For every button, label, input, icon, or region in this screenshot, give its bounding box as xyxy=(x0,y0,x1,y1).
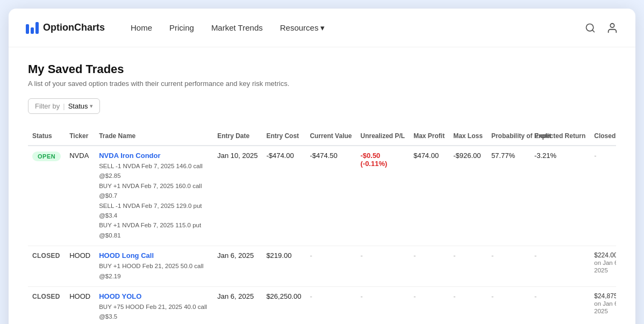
navbar: OptionCharts Home Pricing Market Trends … xyxy=(9,9,635,47)
cell-max-loss: -$926.00 xyxy=(449,146,487,246)
logo[interactable]: OptionCharts xyxy=(26,22,105,34)
cell-ticker: NVDA xyxy=(65,146,95,246)
main-content: My Saved Trades A list of your saved opt… xyxy=(9,47,635,324)
status-badge: OPEN xyxy=(32,152,61,161)
col-current-value: Current Value xyxy=(305,127,356,146)
cell-unrealized-pl: -$0.50 (-0.11%) xyxy=(356,146,409,246)
table-row: OPENNVDANVDA Iron CondorSELL -1 NVDA Feb… xyxy=(28,146,616,246)
table-row: CLOSEDHOODHOOD Long CallBUY +1 HOOD Feb … xyxy=(28,246,616,287)
logo-bar-2 xyxy=(31,27,34,34)
col-prob-profit: Probability of Profit xyxy=(487,127,530,146)
cell-expected-return: - xyxy=(530,286,590,324)
filter-label: Filter by xyxy=(35,102,60,110)
nav-actions xyxy=(585,22,618,34)
cell-entry-date: Jan 6, 2025 xyxy=(213,246,262,287)
trade-legs: BUY +75 HOOD Feb 21, 2025 40.0 call @$3.… xyxy=(99,302,209,322)
cell-closed-at: $24,875.00on Jan 6, 2025 xyxy=(590,286,616,324)
cell-prob-profit: 57.77% xyxy=(487,146,530,246)
trades-table: Status Ticker Trade Name Entry Date Entr… xyxy=(28,127,616,324)
col-expected-return: Expected Return xyxy=(530,127,590,146)
trades-table-wrap: Status Ticker Trade Name Entry Date Entr… xyxy=(28,127,616,324)
cell-current-value: - xyxy=(305,286,356,324)
trade-legs: SELL -1 NVDA Feb 7, 2025 146.0 call @$2.… xyxy=(99,161,209,240)
col-unrealized-pl: Unrealized P/L xyxy=(356,127,409,146)
cell-trade-name: HOOD YOLOBUY +75 HOOD Feb 21, 2025 40.0 … xyxy=(95,286,213,324)
col-max-loss: Max Loss xyxy=(449,127,487,146)
cell-closed-at: - xyxy=(590,146,616,246)
page-subtitle: A list of your saved option trades with … xyxy=(28,80,616,88)
svg-point-2 xyxy=(610,23,614,27)
search-button[interactable] xyxy=(585,23,596,33)
cell-entry-cost: $219.00 xyxy=(262,246,305,287)
cell-status: OPEN xyxy=(28,146,65,246)
cell-max-loss: - xyxy=(449,246,487,287)
nav-links: Home Pricing Market Trends Resources ▾ xyxy=(131,23,585,33)
filter-value: Status xyxy=(68,102,88,110)
cell-max-profit: - xyxy=(409,286,449,324)
cell-expected-return: - xyxy=(530,246,590,287)
cell-unrealized-pl: - xyxy=(356,286,409,324)
cell-entry-date: Jan 6, 2025 xyxy=(213,286,262,324)
app-window: OptionCharts Home Pricing Market Trends … xyxy=(9,9,635,324)
cell-ticker: HOOD xyxy=(65,286,95,324)
chevron-down-icon: ▾ xyxy=(320,23,325,33)
nav-item-home[interactable]: Home xyxy=(131,23,152,32)
col-closed-at: Closed at xyxy=(590,127,616,146)
cell-unrealized-pl: - xyxy=(356,246,409,287)
status-badge: CLOSED xyxy=(32,252,60,260)
cell-trade-name: HOOD Long CallBUY +1 HOOD Feb 21, 2025 5… xyxy=(95,246,213,287)
nav-item-market-trends[interactable]: Market Trends xyxy=(211,23,263,32)
trade-name-link[interactable]: NVDA Iron Condor xyxy=(99,152,209,160)
filter-bar: Filter by | Status ▾ xyxy=(28,98,616,114)
col-status: Status xyxy=(28,127,65,146)
svg-line-1 xyxy=(592,30,595,32)
nav-item-pricing[interactable]: Pricing xyxy=(169,23,194,32)
cell-ticker: HOOD xyxy=(65,246,95,287)
trade-legs: BUY +1 HOOD Feb 21, 2025 50.0 call @$2.1… xyxy=(99,261,209,281)
user-button[interactable] xyxy=(606,22,618,34)
cell-max-loss: - xyxy=(449,286,487,324)
cell-prob-profit: - xyxy=(487,286,530,324)
cell-entry-cost: -$474.00 xyxy=(262,146,305,246)
col-max-profit: Max Profit xyxy=(409,127,449,146)
cell-entry-date: Jan 10, 2025 xyxy=(213,146,262,246)
col-entry-date: Entry Date xyxy=(213,127,262,146)
table-row: CLOSEDHOODHOOD YOLOBUY +75 HOOD Feb 21, … xyxy=(28,286,616,324)
cell-current-value: -$474.50 xyxy=(305,146,356,246)
table-header-row: Status Ticker Trade Name Entry Date Entr… xyxy=(28,127,616,146)
cell-trade-name: NVDA Iron CondorSELL -1 NVDA Feb 7, 2025… xyxy=(95,146,213,246)
trade-name-link[interactable]: HOOD YOLO xyxy=(99,292,209,300)
cell-entry-cost: $26,250.00 xyxy=(262,286,305,324)
cell-status: CLOSED xyxy=(28,246,65,287)
cell-closed-at: $224.00on Jan 6, 2025 xyxy=(590,246,616,287)
trade-name-link[interactable]: HOOD Long Call xyxy=(99,251,209,260)
col-entry-cost: Entry Cost xyxy=(262,127,305,146)
logo-bar-1 xyxy=(26,24,29,34)
filter-chevron-icon: ▾ xyxy=(90,103,93,110)
col-ticker: Ticker xyxy=(65,127,95,146)
logo-bar-3 xyxy=(35,22,39,34)
cell-prob-profit: - xyxy=(487,246,530,287)
filter-button[interactable]: Filter by | Status ▾ xyxy=(28,98,100,114)
cell-max-profit: - xyxy=(409,246,449,287)
col-trade-name: Trade Name xyxy=(95,127,213,146)
page-title: My Saved Trades xyxy=(28,62,616,76)
cell-current-value: - xyxy=(305,246,356,287)
logo-icon xyxy=(26,22,39,34)
status-badge: CLOSED xyxy=(32,293,60,300)
cell-status: CLOSED xyxy=(28,286,65,324)
logo-text: OptionCharts xyxy=(43,22,105,33)
cell-expected-return: -3.21% xyxy=(530,146,590,246)
cell-max-profit: $474.00 xyxy=(409,146,449,246)
nav-item-resources[interactable]: Resources ▾ xyxy=(280,23,325,33)
